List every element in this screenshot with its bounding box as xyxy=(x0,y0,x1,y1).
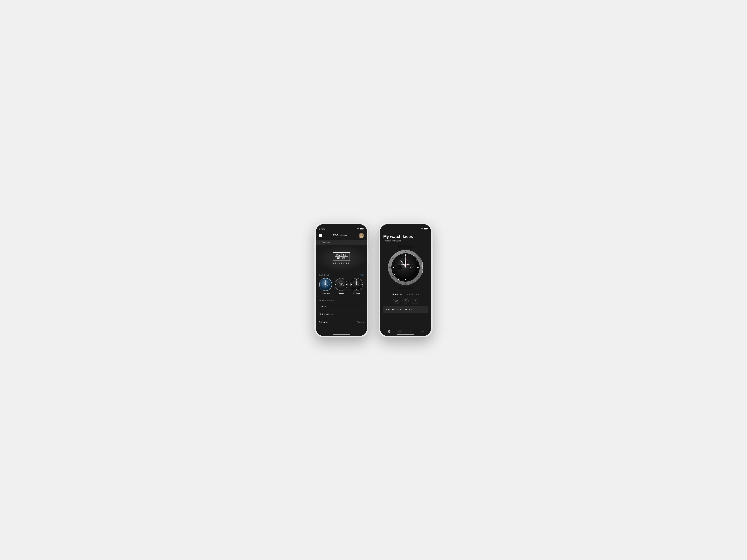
menu-button[interactable] xyxy=(319,234,322,237)
svg-text:5: 5 xyxy=(412,252,413,254)
svg-line-122 xyxy=(421,330,421,331)
phone2-wifi-icon xyxy=(421,228,423,230)
watch-option-carbon2[interactable]: CARBON 2 xyxy=(407,293,419,296)
cartes-row[interactable]: Cartes › xyxy=(316,303,367,310)
bluetooth-status-bar: ✳ Connecté xyxy=(316,239,367,245)
cadrans-section-header: CADRANS Plus xyxy=(316,272,367,278)
home-indicator xyxy=(333,334,350,335)
svg-rect-43 xyxy=(362,284,363,285)
complication-infinity[interactable] xyxy=(393,298,399,304)
svg-rect-29 xyxy=(346,284,347,285)
page-header: My watch faces ✳ Watch connected xyxy=(380,231,431,243)
watch-face-classic[interactable]: TAG HEUER CONNECTED 28 Classic xyxy=(334,278,348,295)
agenda-row[interactable]: Agenda Apple › xyxy=(316,318,367,326)
phone-2-screen: My watch faces ✳ Watch connected xyxy=(380,224,431,336)
svg-point-112 xyxy=(388,331,389,332)
power-button[interactable] xyxy=(368,250,369,263)
svg-rect-2 xyxy=(360,228,363,229)
svg-rect-73 xyxy=(421,265,423,269)
parametres-title: PARAMÈTRES xyxy=(319,299,334,301)
svg-rect-81 xyxy=(417,267,418,268)
svg-rect-40 xyxy=(357,279,357,280)
svg-text:20: 20 xyxy=(417,276,419,277)
agenda-chevron: › xyxy=(363,321,364,323)
eclipse-face-circle: 28 xyxy=(350,278,363,291)
svg-text:CONNECTED: CONNECTED xyxy=(340,284,342,285)
complication-circles[interactable] xyxy=(403,298,409,304)
notifications-right: › xyxy=(363,313,364,315)
phone2-notch xyxy=(395,224,416,229)
watch-display: 55 5 10 15 20 25 30 35 40 45 50 60 xyxy=(380,243,431,292)
svg-point-104 xyxy=(405,267,406,268)
svg-text:50: 50 xyxy=(392,258,393,259)
svg-line-125 xyxy=(421,332,421,333)
svg-text:15: 15 xyxy=(419,267,421,268)
svg-marker-115 xyxy=(410,331,412,332)
classic-face-circle: TAG HEUER CONNECTED 28 xyxy=(334,278,348,291)
status-icons xyxy=(357,228,364,230)
tab-download[interactable] xyxy=(409,330,413,333)
brand-area: TAG H HEUER CONNECTED xyxy=(316,245,367,272)
mute-button[interactable] xyxy=(314,243,314,248)
cartes-label: Cartes xyxy=(319,305,326,308)
svg-text:28: 28 xyxy=(410,267,411,268)
volume-down-button[interactable] xyxy=(314,261,314,271)
tab-watch[interactable] xyxy=(387,330,391,333)
notifications-row[interactable]: Notifications › xyxy=(316,310,367,318)
tab-settings[interactable] xyxy=(420,330,424,333)
wifi-icon xyxy=(357,228,359,230)
svg-text:H: H xyxy=(344,254,345,256)
volume-up-button[interactable] xyxy=(314,251,314,260)
svg-point-108 xyxy=(414,300,416,302)
complications-row xyxy=(380,297,431,305)
cadrans-plus-button[interactable]: Plus xyxy=(360,274,364,276)
agenda-value: Apple xyxy=(357,321,362,323)
phone2-power-button[interactable] xyxy=(433,250,433,263)
phone2-battery-icon xyxy=(424,228,428,230)
nav-title: TAG Heuer xyxy=(333,234,348,237)
cartes-chevron: › xyxy=(363,305,364,308)
watch-face-eclipse[interactable]: 28 Eclipse xyxy=(350,278,363,295)
phone-1: 14:21 xyxy=(314,223,368,337)
connected-tagline: CONNECTED xyxy=(333,262,350,264)
watch-name-options: CLASSIC CARBON 2 xyxy=(380,292,431,297)
svg-line-123 xyxy=(423,332,423,333)
complication-check[interactable] xyxy=(412,298,418,304)
svg-text:35: 35 xyxy=(398,281,399,282)
svg-text:TAG: TAG xyxy=(325,283,327,284)
heuer-text: HEUER xyxy=(335,257,348,260)
phone-2: My watch faces ✳ Watch connected xyxy=(379,223,433,337)
watch-faces-row: TAG HEUER 75 Chromatic xyxy=(316,278,367,297)
svg-point-44 xyxy=(353,283,355,286)
svg-text:40: 40 xyxy=(392,276,393,277)
svg-rect-42 xyxy=(351,284,352,285)
page-title: My watch faces xyxy=(383,234,428,239)
svg-text:10: 10 xyxy=(417,258,419,259)
svg-rect-75 xyxy=(422,271,423,273)
svg-line-124 xyxy=(423,330,423,331)
svg-point-0 xyxy=(358,229,358,229)
svg-text:25: 25 xyxy=(412,281,413,282)
main-watch: 55 5 10 15 20 25 30 35 40 45 50 60 xyxy=(387,246,424,289)
svg-point-117 xyxy=(422,331,423,332)
bluetooth-icon: ✳ xyxy=(319,241,320,243)
page-subtitle-text: Watch connected xyxy=(385,239,401,242)
tab-circle[interactable] xyxy=(398,330,402,333)
watch-option-classic[interactable]: CLASSIC xyxy=(391,293,402,296)
svg-rect-74 xyxy=(422,262,423,265)
svg-text:HEUER: HEUER xyxy=(325,284,327,285)
watch-case-svg: 55 5 10 15 20 25 30 35 40 45 50 60 xyxy=(388,250,423,285)
watch-face-chromatic[interactable]: TAG HEUER 75 Chromatic xyxy=(319,278,332,295)
svg-rect-41 xyxy=(357,289,357,290)
svg-rect-54 xyxy=(424,228,427,229)
svg-point-105 xyxy=(404,300,406,301)
page-bt-icon: ✳ xyxy=(383,240,385,241)
svg-point-106 xyxy=(405,300,407,301)
status-time: 14:21 xyxy=(319,227,325,230)
watchfaces-gallery-button[interactable]: WATCHFACES GALLERY xyxy=(383,306,429,313)
user-avatar[interactable] xyxy=(359,233,364,238)
nav-bar: TAG Heuer xyxy=(316,231,367,239)
bottom-tabs xyxy=(380,328,431,333)
cartes-right: › xyxy=(363,305,364,308)
chromatic-label: Chromatic xyxy=(321,292,330,295)
